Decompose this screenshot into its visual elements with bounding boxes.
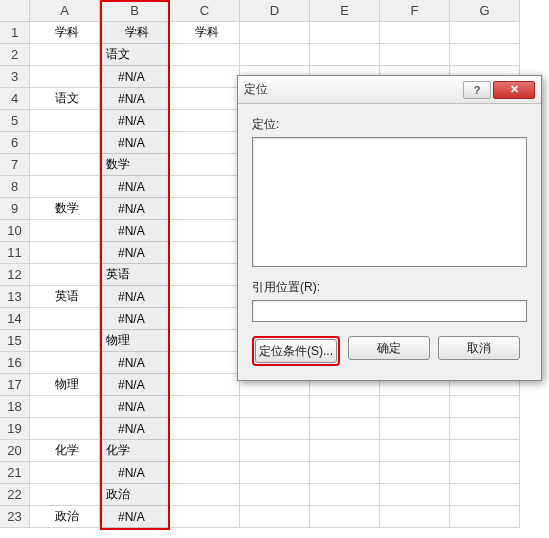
row-header-11[interactable]: 11 [0,242,30,264]
close-icon[interactable]: ✕ [493,81,535,99]
help-icon[interactable]: ? [463,81,491,99]
cell-A1[interactable]: 学科 [30,22,100,44]
cell-A7[interactable] [30,154,100,176]
row-header-9[interactable]: 9 [0,198,30,220]
cell-B19[interactable]: #N/A [100,418,170,440]
cell-A14[interactable] [30,308,100,330]
row-header-3[interactable]: 3 [0,66,30,88]
cell-B8[interactable]: #N/A [100,176,170,198]
cell-A17[interactable]: 物理 [30,374,100,396]
cell-B12[interactable]: 英语 [100,264,170,286]
cell-D22[interactable] [240,484,310,506]
dialog-titlebar[interactable]: 定位 ? ✕ [238,76,541,104]
row-header-22[interactable]: 22 [0,484,30,506]
row-header-23[interactable]: 23 [0,506,30,528]
cell-F21[interactable] [380,462,450,484]
column-header-a[interactable]: A [30,0,100,22]
cell-A12[interactable] [30,264,100,286]
cell-F22[interactable] [380,484,450,506]
cell-C7[interactable] [170,154,240,176]
cell-D1[interactable] [240,22,310,44]
cell-A10[interactable] [30,220,100,242]
cell-E23[interactable] [310,506,380,528]
cell-C4[interactable] [170,88,240,110]
column-header-b[interactable]: B [100,0,170,22]
cell-A21[interactable] [30,462,100,484]
cell-A2[interactable] [30,44,100,66]
cell-A5[interactable] [30,110,100,132]
cell-C20[interactable] [170,440,240,462]
cell-A20[interactable]: 化学 [30,440,100,462]
cell-B10[interactable]: #N/A [100,220,170,242]
cell-C17[interactable] [170,374,240,396]
cell-C19[interactable] [170,418,240,440]
cell-C8[interactable] [170,176,240,198]
cell-C14[interactable] [170,308,240,330]
select-all-corner[interactable] [0,0,30,22]
cell-E22[interactable] [310,484,380,506]
cell-C11[interactable] [170,242,240,264]
cell-C1[interactable]: 学科 [170,22,240,44]
ok-button[interactable]: 确定 [348,336,430,360]
cell-B22[interactable]: 政治 [100,484,170,506]
cell-A15[interactable] [30,330,100,352]
cell-F2[interactable] [380,44,450,66]
cell-E21[interactable] [310,462,380,484]
row-header-13[interactable]: 13 [0,286,30,308]
cell-B13[interactable]: #N/A [100,286,170,308]
cell-A6[interactable] [30,132,100,154]
cell-A22[interactable] [30,484,100,506]
cell-C10[interactable] [170,220,240,242]
cell-A23[interactable]: 政治 [30,506,100,528]
row-header-1[interactable]: 1 [0,22,30,44]
cell-C13[interactable] [170,286,240,308]
cell-B1[interactable]: 学科 [100,22,170,44]
cell-G23[interactable] [450,506,520,528]
cell-C16[interactable] [170,352,240,374]
cancel-button[interactable]: 取消 [438,336,520,360]
row-header-21[interactable]: 21 [0,462,30,484]
cell-B21[interactable]: #N/A [100,462,170,484]
cell-E2[interactable] [310,44,380,66]
cell-A11[interactable] [30,242,100,264]
cell-B5[interactable]: #N/A [100,110,170,132]
cell-B20[interactable]: 化学 [100,440,170,462]
row-header-7[interactable]: 7 [0,154,30,176]
column-header-c[interactable]: C [170,0,240,22]
cell-G22[interactable] [450,484,520,506]
row-header-4[interactable]: 4 [0,88,30,110]
cell-A18[interactable] [30,396,100,418]
cell-C9[interactable] [170,198,240,220]
cell-B17[interactable]: #N/A [100,374,170,396]
cell-D19[interactable] [240,418,310,440]
row-header-15[interactable]: 15 [0,330,30,352]
cell-E1[interactable] [310,22,380,44]
cell-C22[interactable] [170,484,240,506]
cell-C21[interactable] [170,462,240,484]
cell-C5[interactable] [170,110,240,132]
cell-B11[interactable]: #N/A [100,242,170,264]
cell-D21[interactable] [240,462,310,484]
cell-B9[interactable]: #N/A [100,198,170,220]
row-header-5[interactable]: 5 [0,110,30,132]
cell-D23[interactable] [240,506,310,528]
row-header-17[interactable]: 17 [0,374,30,396]
cell-G20[interactable] [450,440,520,462]
cell-A19[interactable] [30,418,100,440]
cell-B16[interactable]: #N/A [100,352,170,374]
row-header-20[interactable]: 20 [0,440,30,462]
row-header-6[interactable]: 6 [0,132,30,154]
special-button[interactable]: 定位条件(S)... [255,339,337,363]
cell-A16[interactable] [30,352,100,374]
cell-B3[interactable]: #N/A [100,66,170,88]
cell-F1[interactable] [380,22,450,44]
reference-input[interactable] [252,300,527,322]
row-header-2[interactable]: 2 [0,44,30,66]
cell-D20[interactable] [240,440,310,462]
cell-B2[interactable]: 语文 [100,44,170,66]
cell-C2[interactable] [170,44,240,66]
cell-C3[interactable] [170,66,240,88]
cell-A8[interactable] [30,176,100,198]
row-header-19[interactable]: 19 [0,418,30,440]
cell-A13[interactable]: 英语 [30,286,100,308]
